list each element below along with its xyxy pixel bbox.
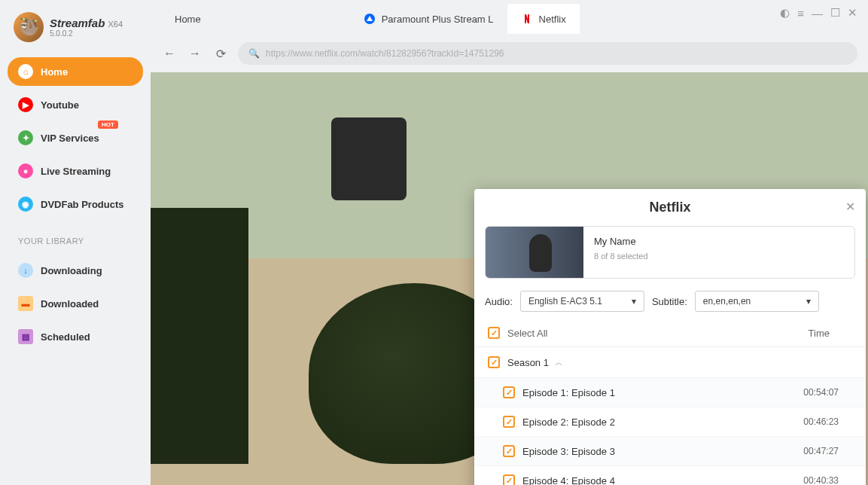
tab-label: Netflix: [539, 14, 566, 25]
reload-button[interactable]: ⟳: [212, 47, 229, 61]
tabs-row: Home Paramount Plus Stream L Netflix: [151, 0, 868, 38]
episode-row[interactable]: Episode 4: Episode 400:40:33: [474, 465, 866, 485]
logo-icon: 🦥: [14, 12, 44, 42]
dvdfab-icon: ◉: [18, 197, 33, 212]
episode-row[interactable]: Episode 3: Episode 300:47:27: [474, 436, 866, 465]
audio-dropdown[interactable]: English E-AC3 5.1 ▾: [520, 291, 644, 312]
tab-label: Paramount Plus Stream L: [382, 14, 494, 25]
season-label: Season 1: [507, 357, 549, 368]
sidebar-item-home[interactable]: ⌂ Home: [8, 57, 143, 86]
app-logo: 🦥 Streamfab X64 5.0.0.2: [8, 12, 143, 42]
chevron-down-icon: ▾: [632, 296, 636, 307]
home-icon: ⌂: [18, 64, 33, 79]
season-toggle[interactable]: Season 1 ︿: [474, 347, 866, 377]
tab-netflix[interactable]: Netflix: [507, 4, 580, 34]
time-header: Time: [809, 328, 852, 339]
episode-label: Episode 2: Episode 2: [522, 416, 615, 428]
live-icon: ●: [18, 163, 33, 178]
episode-time: 00:54:07: [803, 387, 852, 398]
sidebar: 🦥 Streamfab X64 5.0.0.2 ⌂ Home ▶ Youtube…: [0, 0, 151, 485]
episode-time: 00:40:33: [803, 475, 852, 485]
sidebar-item-label: Downloaded: [41, 298, 99, 310]
modal-title: Netflix: [649, 200, 690, 215]
url-text: https://www.netflix.com/watch/81282956?t…: [266, 48, 504, 59]
library-header: YOUR LIBRARY: [8, 223, 143, 252]
url-bar[interactable]: 🔍 https://www.netflix.com/watch/81282956…: [238, 42, 857, 65]
sidebar-item-vip[interactable]: ✦ VIP Services HOT: [8, 124, 143, 152]
main-area: Home Paramount Plus Stream L Netflix ← →…: [151, 0, 868, 485]
calendar-icon: ▤: [18, 329, 33, 344]
episode-time: 00:46:23: [803, 416, 852, 427]
close-icon[interactable]: ✕: [845, 200, 855, 214]
brand-arch: X64: [108, 20, 123, 29]
series-card: My Name 8 of 8 selected: [485, 226, 855, 279]
sidebar-item-label: Live Streaming: [41, 166, 111, 177]
tab-label: Home: [175, 14, 201, 25]
list-header: Select All Time: [474, 319, 866, 347]
chevron-down-icon: ▾: [806, 296, 811, 307]
back-button[interactable]: ←: [161, 47, 178, 60]
app-version: 5.0.0.2: [50, 29, 123, 38]
sidebar-item-dvdfab[interactable]: ◉ DVDFab Products: [8, 190, 143, 218]
youtube-icon: ▶: [18, 97, 33, 112]
folder-icon: ▬: [18, 296, 33, 311]
sidebar-item-label: Home: [41, 66, 68, 78]
subtitle-label: Subtitle:: [652, 296, 687, 307]
download-icon: ↓: [18, 263, 33, 278]
paramount-icon: [364, 13, 376, 25]
sidebar-item-label: Youtube: [41, 99, 79, 111]
sidebar-item-label: Scheduled: [41, 331, 90, 343]
episode-checkbox[interactable]: [503, 445, 515, 457]
sidebar-item-label: Downloading: [41, 265, 102, 276]
episode-label: Episode 4: Episode 4: [522, 475, 615, 486]
tab-paramount[interactable]: Paramount Plus Stream L: [350, 4, 507, 34]
brand-name: Streamfab: [50, 17, 105, 29]
hot-badge: HOT: [98, 120, 118, 129]
sidebar-item-live[interactable]: ● Live Streaming: [8, 157, 143, 185]
sidebar-item-label: DVDFab Products: [41, 199, 124, 210]
audio-value: English E-AC3 5.1: [528, 296, 602, 307]
episode-time: 00:47:27: [803, 446, 852, 456]
subtitle-dropdown[interactable]: en,en,en,en ▾: [695, 291, 819, 312]
series-thumbnail: [486, 227, 583, 278]
search-icon: 🔍: [248, 48, 260, 59]
sidebar-item-youtube[interactable]: ▶ Youtube: [8, 90, 143, 119]
chevron-up-icon: ︿: [555, 357, 563, 368]
sidebar-item-label: VIP Services: [41, 133, 99, 144]
episode-row[interactable]: Episode 1: Episode 100:54:07: [474, 377, 866, 407]
series-selection-count: 8 of 8 selected: [594, 252, 648, 261]
sidebar-item-scheduled[interactable]: ▤ Scheduled: [8, 322, 143, 351]
select-all-checkbox[interactable]: [488, 327, 500, 339]
audio-label: Audio:: [485, 296, 513, 307]
series-title: My Name: [594, 236, 648, 247]
select-all-label: Select All: [507, 328, 547, 339]
browser-toolbar: ← → ⟳ 🔍 https://www.netflix.com/watch/81…: [151, 38, 868, 72]
forward-button[interactable]: →: [187, 47, 203, 60]
season-checkbox[interactable]: [488, 356, 500, 368]
content-area: Netflix ✕ My Name 8 of 8 selected Audio:…: [151, 72, 868, 485]
vip-icon: ✦: [18, 130, 33, 145]
episode-row[interactable]: Episode 2: Episode 200:46:23: [474, 407, 866, 436]
tab-home[interactable]: Home: [161, 4, 215, 34]
netflix-icon: [521, 13, 533, 25]
download-modal: Netflix ✕ My Name 8 of 8 selected Audio:…: [474, 189, 866, 485]
episode-checkbox[interactable]: [503, 416, 515, 428]
episode-checkbox[interactable]: [503, 474, 515, 485]
episode-checkbox[interactable]: [503, 386, 515, 398]
episode-label: Episode 3: Episode 3: [522, 446, 615, 457]
subtitle-value: en,en,en,en: [703, 296, 751, 307]
episode-label: Episode 1: Episode 1: [522, 387, 615, 398]
sidebar-item-downloaded[interactable]: ▬ Downloaded: [8, 289, 143, 318]
sidebar-item-downloading[interactable]: ↓ Downloading: [8, 256, 143, 285]
